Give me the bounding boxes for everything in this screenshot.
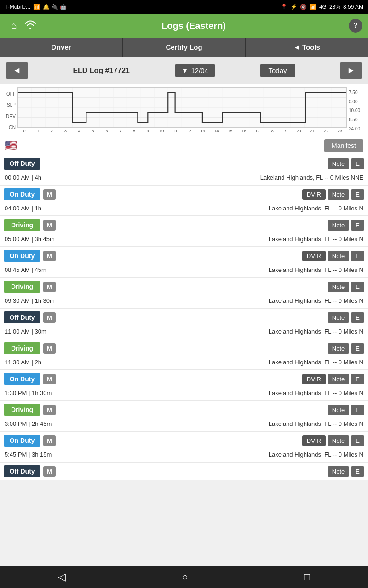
prev-log-button[interactable]: ◄ bbox=[6, 62, 28, 79]
e-button[interactable]: E bbox=[351, 466, 364, 477]
app-icons: 🔔 🔌 🤖 bbox=[43, 4, 67, 10]
mute-icon: 🔇 bbox=[300, 4, 307, 10]
log-entry-detail: 1:30 PM | 1h 30m Lakeland Highlands, FL … bbox=[0, 388, 368, 400]
entry-location: Lakeland Highlands, FL -- 0 Miles N bbox=[269, 390, 363, 396]
log-entry-header: Driving M NoteE bbox=[0, 339, 368, 357]
note-button[interactable]: Note bbox=[328, 189, 349, 200]
page-title: Logs (Eastern) bbox=[39, 21, 349, 31]
e-button[interactable]: E bbox=[351, 343, 364, 354]
flag-icon: 🇺🇸 bbox=[5, 140, 17, 152]
log-date[interactable]: ▼ 12/04 bbox=[175, 64, 215, 77]
bottom-nav: ◁ ○ □ bbox=[0, 566, 368, 588]
location-icon: 📍 bbox=[281, 4, 288, 10]
log-entry-header: Driving M NoteE bbox=[0, 278, 368, 295]
log-entry: On Duty M DVIRNoteE 08:45 AM | 45m Lakel… bbox=[0, 247, 368, 277]
chart-hours: 01234 56789 1011121314 1516171819 202122… bbox=[17, 128, 347, 134]
e-button[interactable]: E bbox=[351, 374, 364, 384]
entry-time: 05:00 AM | 3h 45m bbox=[5, 236, 55, 243]
entry-buttons: NoteE bbox=[328, 158, 364, 169]
e-button[interactable]: E bbox=[351, 435, 364, 446]
entry-time: 11:00 AM | 30m bbox=[5, 328, 46, 335]
eld-log-label: ELD Log #17721 bbox=[73, 67, 130, 75]
note-button[interactable]: Note bbox=[328, 312, 349, 323]
status-badge: Driving bbox=[4, 342, 40, 354]
entry-time: 3:00 PM | 2h 45m bbox=[5, 420, 52, 427]
entry-buttons: DVIRNoteE bbox=[302, 374, 364, 384]
status-badge: Driving bbox=[4, 281, 40, 293]
e-button[interactable]: E bbox=[351, 405, 364, 415]
log-entry-header: On Duty M DVIRNoteE bbox=[0, 432, 368, 449]
log-entry-detail: 00:00 AM | 4h Lakeland Highlands, FL -- … bbox=[0, 172, 368, 185]
home-button[interactable]: ○ bbox=[168, 571, 201, 583]
next-log-button[interactable]: ► bbox=[340, 62, 362, 79]
manifest-row: 🇺🇸 Manifest bbox=[0, 136, 368, 155]
date-value: 12/04 bbox=[191, 67, 208, 74]
e-button[interactable]: E bbox=[351, 251, 364, 261]
entry-location: Lakeland Highlands, FL -- 0 Miles NNE bbox=[260, 174, 363, 181]
m-badge: M bbox=[43, 466, 56, 477]
e-button[interactable]: E bbox=[351, 158, 364, 169]
entry-location: Lakeland Highlands, FL -- 0 Miles N bbox=[269, 328, 363, 335]
note-button[interactable]: Note bbox=[328, 343, 349, 354]
status-bar-right: 📍 ⚡ 🔇 📶 4G 28% 8:59 AM bbox=[281, 4, 363, 10]
wifi-icon: 📶 bbox=[310, 4, 316, 10]
log-entry-detail: 5:45 PM | 3h 15m Lakeland Highlands, FL … bbox=[0, 449, 368, 462]
e-button[interactable]: E bbox=[351, 189, 364, 200]
nav-bar: ⌂ Logs (Eastern) ? bbox=[0, 14, 368, 38]
e-button[interactable]: E bbox=[351, 282, 364, 292]
dvir-button[interactable]: DVIR bbox=[302, 251, 326, 261]
certify-log-button[interactable]: Certify Log bbox=[123, 38, 246, 57]
manifest-button[interactable]: Manifest bbox=[324, 139, 363, 152]
chart-left-labels: OFF SLP DRV ON bbox=[5, 87, 17, 134]
dvir-button[interactable]: DVIR bbox=[302, 374, 326, 384]
today-button[interactable]: Today bbox=[260, 64, 295, 77]
entry-location: Lakeland Highlands, FL -- 0 Miles N bbox=[269, 359, 363, 366]
e-button[interactable]: E bbox=[351, 220, 364, 231]
lte-icon: 4G bbox=[319, 4, 327, 10]
entry-location: Lakeland Highlands, FL -- 0 Miles N bbox=[269, 266, 363, 273]
entry-buttons: NoteE bbox=[328, 343, 364, 354]
note-button[interactable]: Note bbox=[328, 220, 349, 231]
entry-location: Lakeland Highlands, FL -- 0 Miles N bbox=[269, 451, 363, 458]
e-button[interactable]: E bbox=[351, 312, 364, 323]
status-badge: On Duty bbox=[4, 188, 40, 200]
tools-button[interactable]: ◄ Tools bbox=[246, 38, 368, 57]
chart-right-val4: 6.50 bbox=[349, 117, 363, 122]
log-entry-detail: 09:30 AM | 1h 30m Lakeland Highlands, FL… bbox=[0, 295, 368, 308]
log-list: Off Duty NoteE 00:00 AM | 4h Lakeland Hi… bbox=[0, 155, 368, 480]
date-dropdown-icon: ▼ bbox=[182, 67, 189, 74]
m-badge: M bbox=[43, 189, 56, 200]
log-entry: Driving M NoteE 05:00 AM | 3h 45m Lakela… bbox=[0, 216, 368, 246]
wifi-icon[interactable] bbox=[22, 19, 39, 32]
dvir-button[interactable]: DVIR bbox=[302, 435, 326, 446]
carrier-label: T-Mobile... bbox=[5, 4, 30, 10]
note-button[interactable]: Note bbox=[328, 251, 349, 261]
chart-right-val2: 0.00 bbox=[349, 99, 363, 104]
note-button[interactable]: Note bbox=[328, 282, 349, 292]
log-entry-header: On Duty M DVIRNoteE bbox=[0, 186, 368, 203]
recent-button[interactable]: □ bbox=[290, 571, 324, 583]
log-entry: Driving M NoteE 3:00 PM | 2h 45m Lakelan… bbox=[0, 401, 368, 431]
entry-buttons: NoteE bbox=[328, 405, 364, 415]
log-header: ◄ ELD Log #17721 ▼ 12/04 Today ► bbox=[0, 57, 368, 84]
status-badge: Off Duty bbox=[4, 465, 40, 477]
status-bar: T-Mobile... 📶 🔔 🔌 🤖 📍 ⚡ 🔇 📶 4G 28% 8:59 … bbox=[0, 0, 368, 14]
entry-time: 11:30 AM | 2h bbox=[5, 359, 41, 366]
note-button[interactable]: Note bbox=[328, 435, 349, 446]
status-badge: On Duty bbox=[4, 373, 40, 385]
note-button[interactable]: Note bbox=[328, 158, 349, 169]
entry-location: Lakeland Highlands, FL -- 0 Miles N bbox=[269, 297, 363, 304]
m-badge: M bbox=[43, 282, 56, 292]
dvir-button[interactable]: DVIR bbox=[302, 189, 326, 200]
help-icon[interactable]: ? bbox=[349, 19, 362, 33]
driver-button[interactable]: Driver bbox=[0, 38, 123, 57]
note-button[interactable]: Note bbox=[328, 374, 349, 384]
log-entry-header: Driving M NoteE bbox=[0, 401, 368, 418]
back-button[interactable]: ◁ bbox=[44, 571, 80, 583]
note-button[interactable]: Note bbox=[328, 466, 349, 477]
entry-buttons: NoteE bbox=[328, 220, 364, 231]
home-icon[interactable]: ⌂ bbox=[6, 20, 22, 32]
log-entry: On Duty M DVIRNoteE 1:30 PM | 1h 30m Lak… bbox=[0, 370, 368, 400]
note-button[interactable]: Note bbox=[328, 405, 349, 415]
chart-label-slp: SLP bbox=[5, 102, 16, 107]
